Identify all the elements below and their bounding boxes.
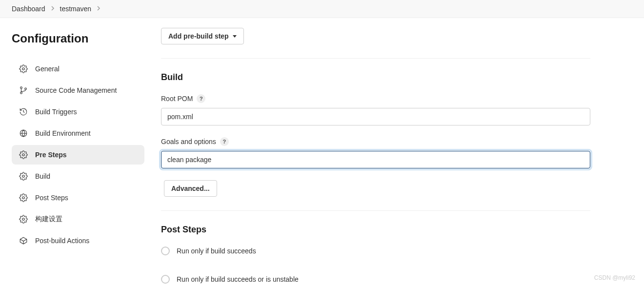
svg-point-3 bbox=[25, 88, 27, 90]
history-icon bbox=[19, 107, 28, 117]
post-steps-radio-group: Run only if build succeeds Run only if b… bbox=[161, 247, 590, 284]
radio-icon bbox=[161, 275, 170, 284]
sidebar-item-general[interactable]: General bbox=[12, 59, 144, 79]
field-label: Goals and options bbox=[161, 138, 216, 145]
sidebar-item-build[interactable]: Build bbox=[12, 166, 144, 186]
sidebar-item-label: General bbox=[35, 65, 60, 73]
gear-icon bbox=[19, 214, 28, 224]
caret-down-icon bbox=[233, 35, 237, 38]
goals-field: Goals and options ? bbox=[161, 137, 590, 168]
gear-icon bbox=[19, 171, 28, 181]
sidebar-item-label: 构建设置 bbox=[35, 215, 62, 224]
advanced-button[interactable]: Advanced... bbox=[164, 180, 217, 197]
watermark: CSDN @myli92 bbox=[594, 274, 635, 281]
root-pom-input[interactable] bbox=[161, 108, 590, 125]
chevron-right-icon bbox=[96, 5, 101, 12]
svg-point-1 bbox=[20, 87, 22, 89]
svg-point-6 bbox=[22, 175, 25, 178]
help-icon[interactable]: ? bbox=[220, 137, 229, 146]
svg-point-2 bbox=[20, 92, 22, 94]
help-icon[interactable]: ? bbox=[197, 94, 205, 103]
sidebar-item-build-settings[interactable]: 构建设置 bbox=[12, 209, 144, 229]
main-content: Add pre-build step Build Root POM ? Goal… bbox=[151, 18, 639, 290]
sidebar-item-label: Source Code Management bbox=[35, 86, 117, 94]
radio-label: Run only if build succeeds bbox=[177, 247, 256, 255]
post-steps-section-title: Post Steps bbox=[161, 225, 590, 235]
sidebar-item-scm[interactable]: Source Code Management bbox=[12, 81, 144, 100]
sidebar-item-triggers[interactable]: Build Triggers bbox=[12, 102, 144, 122]
gear-icon bbox=[19, 150, 28, 160]
sidebar-item-post-steps[interactable]: Post Steps bbox=[12, 188, 144, 207]
sidebar-item-environment[interactable]: Build Environment bbox=[12, 124, 144, 143]
sidebar-item-label: Build bbox=[35, 172, 50, 180]
add-pre-build-step-button[interactable]: Add pre-build step bbox=[161, 28, 244, 44]
globe-icon bbox=[19, 128, 28, 138]
build-section-title: Build bbox=[161, 72, 590, 83]
field-label: Root POM bbox=[161, 95, 193, 103]
gear-icon bbox=[19, 193, 28, 203]
radio-run-if-succeeds[interactable]: Run only if build succeeds bbox=[161, 247, 590, 255]
divider bbox=[161, 58, 590, 59]
sidebar-item-label: Pre Steps bbox=[35, 151, 67, 159]
svg-point-7 bbox=[22, 197, 25, 199]
sidebar-item-post-build-actions[interactable]: Post-build Actions bbox=[12, 231, 144, 250]
goals-input[interactable] bbox=[161, 151, 590, 168]
breadcrumb: Dashboard testmaven bbox=[0, 0, 644, 18]
svg-point-5 bbox=[22, 154, 25, 156]
root-pom-field: Root POM ? bbox=[161, 94, 590, 125]
radio-label: Run only if build succeeds or is unstabl… bbox=[177, 275, 299, 283]
svg-point-0 bbox=[22, 68, 25, 70]
radio-run-if-succeeds-or-unstable[interactable]: Run only if build succeeds or is unstabl… bbox=[161, 275, 590, 284]
package-icon bbox=[19, 236, 28, 246]
svg-point-8 bbox=[22, 218, 25, 221]
sidebar: Configuration General Source Code Manage… bbox=[0, 18, 151, 290]
breadcrumb-item-project[interactable]: testmaven bbox=[60, 5, 92, 13]
sidebar-item-label: Build Environment bbox=[35, 129, 91, 137]
sidebar-item-label: Build Triggers bbox=[35, 108, 77, 116]
gear-icon bbox=[19, 64, 28, 74]
radio-icon bbox=[161, 247, 170, 255]
sidebar-item-label: Post-build Actions bbox=[35, 237, 89, 245]
breadcrumb-item-dashboard[interactable]: Dashboard bbox=[12, 5, 45, 13]
sidebar-item-label: Post Steps bbox=[35, 194, 68, 202]
button-label: Add pre-build step bbox=[168, 32, 229, 40]
divider bbox=[161, 210, 590, 211]
page-title: Configuration bbox=[12, 32, 144, 45]
chevron-right-icon bbox=[50, 5, 55, 12]
branch-icon bbox=[19, 85, 28, 95]
sidebar-item-pre-steps[interactable]: Pre Steps bbox=[12, 145, 144, 165]
